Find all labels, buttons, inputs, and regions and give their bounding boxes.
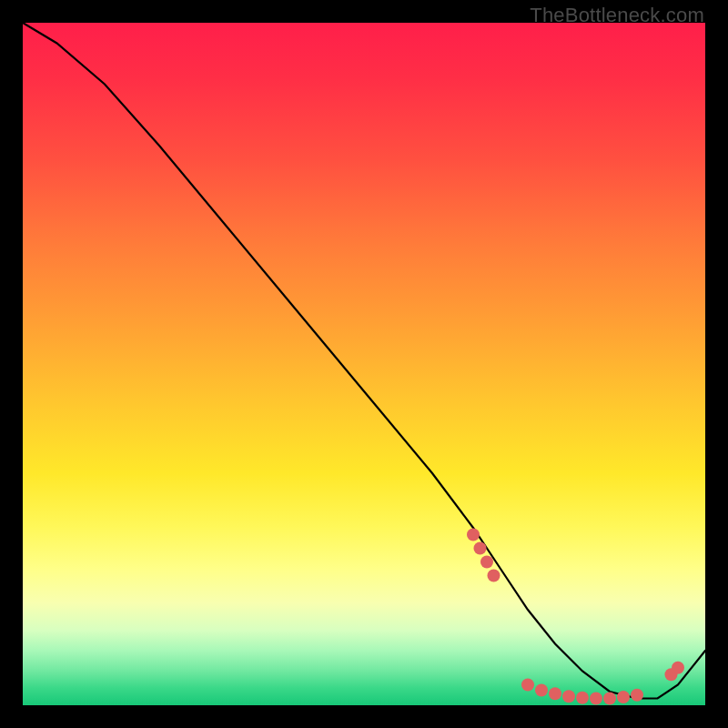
marker-dot	[535, 684, 548, 697]
marker-dot	[672, 662, 684, 674]
bottleneck-curve	[23, 23, 705, 699]
plot-area	[23, 23, 705, 705]
marker-dot	[603, 693, 616, 705]
marker-dot	[590, 693, 602, 705]
marker-dot	[480, 556, 493, 569]
marker-dot	[521, 679, 534, 692]
marker-dot	[617, 691, 630, 703]
marker-dot	[467, 529, 480, 541]
marker-dot	[631, 689, 643, 702]
watermark-text: TheBottleneck.com	[530, 4, 704, 27]
chart-frame: TheBottleneck.com	[0, 0, 728, 728]
marker-dot	[576, 692, 589, 704]
marker-dot	[549, 687, 561, 700]
chart-svg	[23, 23, 705, 705]
marker-dot	[474, 542, 487, 555]
optimum-markers	[467, 529, 684, 705]
marker-dot	[488, 570, 500, 582]
marker-dot	[562, 690, 575, 703]
